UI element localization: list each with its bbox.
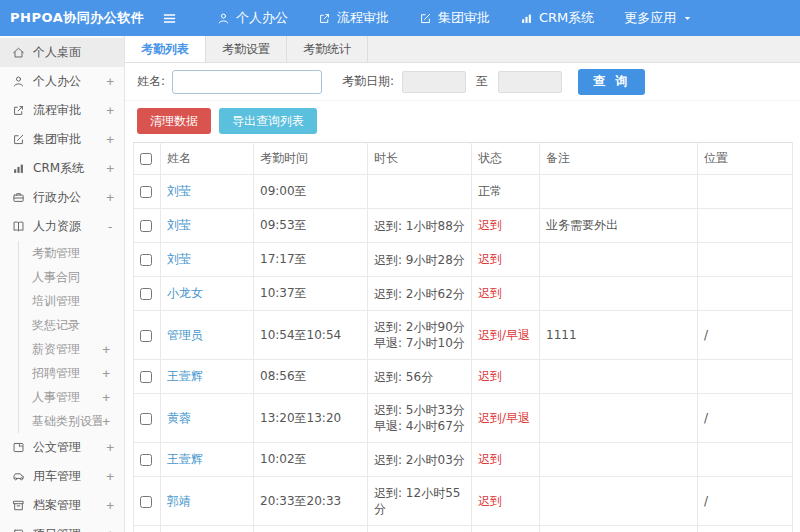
- sidebar-item-salary-management[interactable]: 薪资管理+: [18, 337, 124, 361]
- sidebar-item-label: 公文管理: [33, 439, 106, 456]
- name-link[interactable]: 郭靖: [167, 494, 191, 508]
- nav-item-crm-system[interactable]: CRM系统: [505, 0, 609, 36]
- edit-icon: [419, 12, 432, 25]
- row-checkbox[interactable]: [140, 288, 152, 300]
- sidebar-item-label: 项目管理: [33, 526, 106, 532]
- duration-cell: 迟到: 2小时03分: [368, 443, 472, 477]
- remark-text: [540, 394, 698, 443]
- sidebar-item-label: 行政办公: [33, 189, 106, 206]
- sidebar-item-label: 培训管理: [32, 293, 110, 310]
- expand-toggle-icon[interactable]: +: [106, 74, 114, 89]
- name-link[interactable]: 黄蓉: [167, 411, 191, 425]
- sidebar-item-human-resources[interactable]: 人力资源-: [0, 212, 124, 241]
- remark-text: [540, 277, 698, 311]
- expand-toggle-icon[interactable]: -: [106, 219, 114, 234]
- location-text: /: [698, 477, 793, 526]
- expand-toggle-icon[interactable]: +: [106, 103, 114, 118]
- duration-text: 早退: 4小时67分: [374, 418, 465, 434]
- user-icon: [217, 12, 230, 25]
- duration-cell: 迟到: 5小时33分早退: 4小时67分: [368, 394, 472, 443]
- row-checkbox[interactable]: [140, 330, 152, 342]
- sidebar-item-personnel-contract[interactable]: 人事合同: [18, 265, 124, 289]
- column-header: 状态: [472, 143, 540, 175]
- name-link[interactable]: 王壹辉: [167, 369, 203, 383]
- sidebar-item-document-management[interactable]: 公文管理+: [0, 433, 124, 462]
- sidebar-item-label: 考勤管理: [32, 245, 110, 262]
- expand-toggle-icon[interactable]: +: [106, 190, 114, 205]
- attendance-table: 姓名考勤时间时长状态备注位置 刘莹09:00至正常刘莹09:53至迟到: 1小时…: [133, 142, 793, 532]
- name-link[interactable]: 小龙女: [167, 286, 203, 300]
- row-checkbox[interactable]: [140, 371, 152, 383]
- row-checkbox[interactable]: [140, 254, 152, 266]
- tab-attendance-statistics[interactable]: 考勤统计: [287, 36, 368, 62]
- name-link[interactable]: 管理员: [167, 328, 203, 342]
- duration-cell: 迟到: 2小时90分早退: 7小时10分: [368, 311, 472, 360]
- sidebar-item-vehicle-management[interactable]: 用车管理+: [0, 462, 124, 491]
- expand-toggle-icon[interactable]: +: [106, 161, 114, 176]
- expand-toggle-icon[interactable]: +: [106, 498, 114, 513]
- expand-toggle-icon[interactable]: +: [102, 390, 110, 405]
- expand-toggle-icon[interactable]: +: [102, 366, 110, 381]
- sidebar: 个人桌面个人办公+流程审批+集团审批+CRM系统+行政办公+人力资源-考勤管理人…: [0, 36, 125, 532]
- name-link[interactable]: 刘莹: [167, 218, 191, 232]
- sidebar-item-attendance-management[interactable]: 考勤管理: [18, 241, 124, 265]
- sidebar-item-personnel-management[interactable]: 人事管理+: [18, 385, 124, 409]
- column-header: 姓名: [161, 143, 254, 175]
- sidebar-item-personal-desktop[interactable]: 个人桌面: [0, 38, 124, 67]
- sidebar-item-training-management[interactable]: 培训管理: [18, 289, 124, 313]
- sidebar-item-recruitment-management[interactable]: 招聘管理+: [18, 361, 124, 385]
- date-from-input[interactable]: [402, 71, 466, 93]
- sidebar-item-basic-category-settings[interactable]: 基础类别设置+: [18, 409, 124, 433]
- sidebar-item-personal-office[interactable]: 个人办公+: [0, 67, 124, 96]
- expand-toggle-icon[interactable]: +: [106, 469, 114, 484]
- menu-icon[interactable]: [161, 11, 178, 26]
- search-button[interactable]: 查 询: [578, 69, 645, 95]
- sidebar-item-reward-punishment-records[interactable]: 奖惩记录: [18, 313, 124, 337]
- expand-toggle-icon[interactable]: +: [106, 527, 114, 532]
- nav-item-label: 更多应用: [624, 9, 676, 27]
- nav-item-personal-office[interactable]: 个人办公: [202, 0, 303, 36]
- briefcase-icon: [12, 191, 26, 204]
- location-text: [698, 243, 793, 277]
- sidebar-item-group-approval[interactable]: 集团审批+: [0, 125, 124, 154]
- edit-icon: [12, 133, 26, 146]
- name-link[interactable]: 刘莹: [167, 184, 191, 198]
- attendance-time: 13:20至13:20: [254, 394, 368, 443]
- tab-attendance-settings[interactable]: 考勤设置: [206, 36, 287, 62]
- expand-toggle-icon[interactable]: +: [106, 132, 114, 147]
- clean-data-button[interactable]: 清理数据: [137, 108, 211, 134]
- duration-text: 迟到: 56分: [374, 369, 465, 385]
- remark-text: [540, 526, 698, 532]
- location-text: /: [698, 394, 793, 443]
- row-checkbox[interactable]: [140, 454, 152, 466]
- row-checkbox[interactable]: [140, 186, 152, 198]
- expand-toggle-icon[interactable]: +: [102, 414, 110, 429]
- sidebar-item-admin-office[interactable]: 行政办公+: [0, 183, 124, 212]
- expand-toggle-icon[interactable]: +: [106, 440, 114, 455]
- row-checkbox[interactable]: [140, 413, 152, 425]
- row-checkbox[interactable]: [140, 220, 152, 232]
- status-badge: 迟到: [478, 286, 502, 300]
- row-checkbox[interactable]: [140, 496, 152, 508]
- nav-item-more-apps[interactable]: 更多应用: [609, 0, 707, 36]
- status-badge: 迟到: [478, 452, 502, 466]
- nav-item-label: 集团审批: [438, 9, 490, 27]
- name-filter-input[interactable]: [172, 70, 322, 94]
- tab-attendance-list[interactable]: 考勤列表: [125, 36, 206, 62]
- sidebar-item-project-management[interactable]: 项目管理+: [0, 520, 124, 532]
- table-row: 郭靖20:33至20:33迟到: 12小时55分迟到/: [134, 477, 793, 526]
- table-row: 刘莹09:00至正常: [134, 175, 793, 209]
- export-list-button[interactable]: 导出查询列表: [219, 108, 317, 134]
- sidebar-item-archive-management[interactable]: 档案管理+: [0, 491, 124, 520]
- nav-item-group-approval[interactable]: 集团审批: [404, 0, 505, 36]
- status-badge: 迟到: [478, 494, 502, 508]
- select-all-checkbox[interactable]: [140, 153, 152, 165]
- nav-item-process-approval[interactable]: 流程审批: [303, 0, 404, 36]
- name-link[interactable]: 王壹辉: [167, 452, 203, 466]
- expand-toggle-icon[interactable]: +: [102, 342, 110, 357]
- name-link[interactable]: 刘莹: [167, 252, 191, 266]
- sidebar-item-process-approval[interactable]: 流程审批+: [0, 96, 124, 125]
- date-to-input[interactable]: [498, 71, 562, 93]
- sidebar-item-crm-system[interactable]: CRM系统+: [0, 154, 124, 183]
- sidebar-item-label: 奖惩记录: [32, 317, 110, 334]
